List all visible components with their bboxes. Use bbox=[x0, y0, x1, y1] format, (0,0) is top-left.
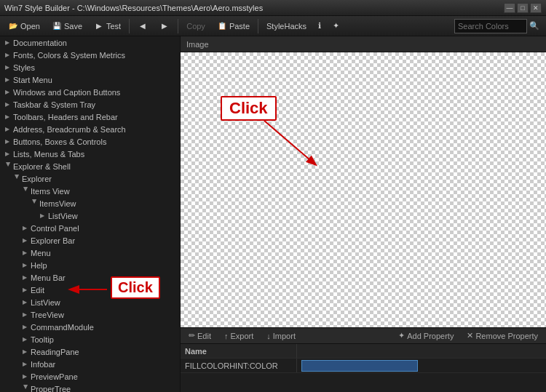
export-icon: ↑ bbox=[224, 332, 229, 340]
forward-button[interactable]: ▶ bbox=[154, 18, 175, 34]
arrow-icon: ▶ bbox=[3, 137, 12, 146]
prop-value-input[interactable] bbox=[301, 360, 418, 372]
add-property-button[interactable]: ✦ Add Property bbox=[392, 329, 460, 343]
sidebar-item-control-panel[interactable]: ▶ Control Panel bbox=[0, 222, 180, 234]
sidebar-label: Control Panel bbox=[29, 224, 79, 233]
sidebar-label: Edit bbox=[29, 286, 44, 295]
image-tab[interactable]: Image bbox=[181, 36, 546, 52]
arrow-icon: ▶ bbox=[3, 113, 12, 121]
arrow-icon: ▶ bbox=[20, 335, 29, 344]
sidebar-item-menu-bar[interactable]: ▶ Menu Bar bbox=[0, 271, 180, 284]
sidebar-label: Taskbar & System Tray bbox=[12, 100, 95, 109]
open-button[interactable]: 📂 Open bbox=[3, 18, 45, 34]
properties-toolbar: ✏ Edit ↑ Export ↓ Import ✦ Add Property bbox=[181, 328, 546, 344]
prop-cell-name: FILLCOLORHINT:COLOR bbox=[181, 359, 297, 372]
arrow-icon: ▶ bbox=[3, 125, 12, 134]
sidebar-item-menu[interactable]: ▶ Menu bbox=[0, 247, 180, 259]
close-button[interactable]: ✕ bbox=[530, 3, 542, 13]
stylehacks-button[interactable]: StyleHacks bbox=[261, 18, 312, 34]
edit-button[interactable]: ✏ Edit bbox=[182, 329, 218, 343]
search-icon: 🔍 bbox=[529, 21, 539, 31]
sidebar-item-listview[interactable]: ▶ ListView bbox=[0, 209, 180, 222]
maximize-button[interactable]: □ bbox=[517, 3, 529, 13]
sidebar-label: Help bbox=[29, 261, 47, 270]
arrow-icon: ▶ bbox=[3, 162, 12, 171]
sidebar-label: Toolbars, Headers and Rebar bbox=[12, 113, 118, 121]
back-button[interactable]: ◀ bbox=[132, 18, 153, 34]
minimize-button[interactable]: — bbox=[504, 3, 515, 13]
sidebar-item-itemsview[interactable]: ▶ ItemsView bbox=[0, 197, 180, 209]
remove-property-button[interactable]: ✕ Remove Property bbox=[460, 329, 545, 343]
sidebar-item-edit[interactable]: ▶ Edit bbox=[0, 284, 180, 296]
export-label: Export bbox=[230, 332, 253, 340]
sidebar-item-explorer-shell[interactable]: ▶ Explorer & Shell bbox=[0, 160, 180, 172]
sidebar-item-proper-tree[interactable]: ▶ ProperTree bbox=[0, 383, 180, 392]
sidebar-item-treeview[interactable]: ▶ TreeView bbox=[0, 308, 180, 321]
magic-button[interactable]: ✦ bbox=[328, 18, 344, 34]
sidebar-item-infobar[interactable]: ▶ Infobar bbox=[0, 358, 180, 370]
paste-label: Paste bbox=[229, 22, 250, 31]
click-annotation-1: Click bbox=[221, 96, 277, 121]
paste-icon: 📋 bbox=[217, 21, 227, 31]
export-button[interactable]: ↑ Export bbox=[218, 329, 260, 343]
sidebar-item-reading-pane[interactable]: ▶ ReadingPane bbox=[0, 345, 180, 358]
sidebar-item-command-module[interactable]: ▶ CommandModule bbox=[0, 321, 180, 333]
sidebar-item-preview-pane[interactable]: ▶ PreviewPane bbox=[0, 370, 180, 383]
sidebar-item-fonts-colors[interactable]: ▶ Fonts, Colors & System Metrics bbox=[0, 49, 180, 61]
sidebar-item-toolbars[interactable]: ▶ Toolbars, Headers and Rebar bbox=[0, 111, 180, 123]
search-button[interactable]: 🔍 bbox=[529, 18, 543, 34]
arrow-icon: ▶ bbox=[20, 261, 29, 270]
info-button[interactable]: ℹ bbox=[313, 18, 326, 34]
import-label: Import bbox=[273, 332, 296, 340]
sidebar-item-lists[interactable]: ▶ Lists, Menus & Tabs bbox=[0, 148, 180, 160]
sidebar-item-address[interactable]: ▶ Address, Breadcrumb & Search bbox=[0, 123, 180, 135]
sidebar-item-help[interactable]: ▶ Help bbox=[0, 259, 180, 271]
sidebar-item-buttons[interactable]: ▶ Buttons, Boxes & Controls bbox=[0, 135, 180, 148]
sidebar-item-styles[interactable]: ▶ Styles bbox=[0, 61, 180, 73]
sidebar-item-explorer[interactable]: ▶ Explorer bbox=[0, 172, 180, 185]
click-arrow-1 bbox=[257, 121, 344, 179]
arrow-icon: ▶ bbox=[3, 39, 12, 47]
arrow-icon: ▶ bbox=[12, 175, 20, 183]
sidebar-label: ProperTree bbox=[29, 385, 71, 393]
toolbar-separator-3 bbox=[258, 19, 258, 33]
arrow-icon: ▶ bbox=[3, 100, 12, 109]
forward-icon: ▶ bbox=[159, 21, 170, 31]
sidebar-item-listview2[interactable]: ▶ ListView bbox=[0, 296, 180, 308]
toolbar-separator-1 bbox=[129, 19, 130, 33]
copy-button[interactable]: Copy bbox=[181, 18, 210, 34]
sidebar-item-documentation[interactable]: ▶ Documentation bbox=[0, 36, 180, 49]
remove-property-label: Remove Property bbox=[475, 332, 538, 340]
sidebar-item-taskbar[interactable]: ▶ Taskbar & System Tray bbox=[0, 98, 180, 111]
arrow-icon: ▶ bbox=[20, 385, 29, 393]
sidebar-item-windows-caption[interactable]: ▶ Windows and Caption Buttons bbox=[0, 86, 180, 98]
arrow-icon: ▶ bbox=[20, 372, 29, 381]
add-property-label: Add Property bbox=[407, 332, 454, 340]
sidebar-item-explorer-bar[interactable]: ▶ Explorer Bar bbox=[0, 234, 180, 247]
main-layout: ▶ Documentation ▶ Fonts, Colors & System… bbox=[0, 36, 546, 392]
sidebar-item-tooltip[interactable]: ▶ Tooltip bbox=[0, 333, 180, 345]
sidebar-label: Documentation bbox=[12, 39, 67, 47]
search-input[interactable] bbox=[454, 19, 527, 33]
import-button[interactable]: ↓ Import bbox=[260, 329, 302, 343]
arrow-icon: ▶ bbox=[20, 224, 29, 233]
sidebar-label: PreviewPane bbox=[29, 372, 78, 381]
magic-icon: ✦ bbox=[333, 21, 339, 31]
sidebar-label: ListView bbox=[29, 298, 60, 307]
image-tab-label: Image bbox=[186, 40, 209, 49]
sidebar-label: Explorer bbox=[20, 175, 52, 183]
arrow-icon: ▶ bbox=[20, 187, 29, 196]
arrow-icon: ▶ bbox=[20, 236, 29, 245]
sidebar-item-items-view[interactable]: ▶ Items View bbox=[0, 185, 180, 197]
save-button[interactable]: 💾 Save bbox=[47, 18, 87, 34]
arrow-icon: ▶ bbox=[20, 360, 29, 369]
arrow-icon: ▶ bbox=[20, 311, 29, 319]
paste-button[interactable]: 📋 Paste bbox=[212, 18, 255, 34]
image-area: Image Click bbox=[181, 36, 546, 328]
sidebar-label: Fonts, Colors & System Metrics bbox=[12, 51, 125, 60]
arrow-icon: ▶ bbox=[20, 298, 29, 307]
click-label-1: Click bbox=[221, 96, 277, 121]
sidebar-item-start-menu[interactable]: ▶ Start Menu bbox=[0, 73, 180, 86]
sidebar-label: TreeView bbox=[29, 311, 64, 319]
test-button[interactable]: ▶ Test bbox=[89, 18, 126, 34]
